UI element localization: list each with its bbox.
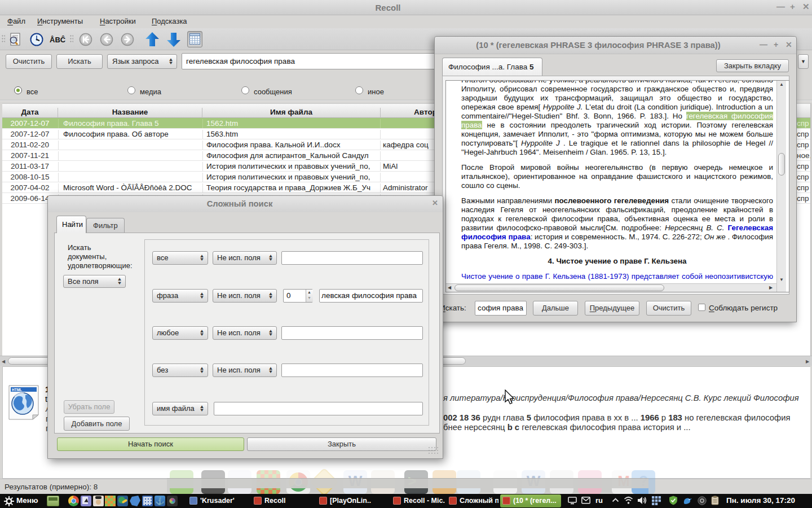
svg-text:HTML: HTML bbox=[12, 388, 22, 392]
